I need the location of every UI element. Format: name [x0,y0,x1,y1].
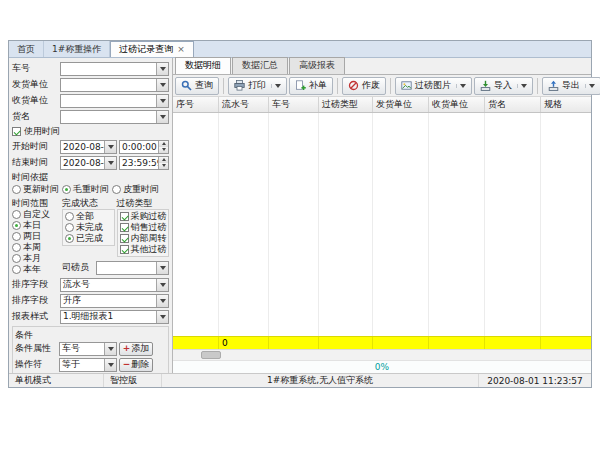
col-serial[interactable]: 流水号 [219,97,269,112]
status-datetime: 2020-08-01 11:23:57 [479,374,591,387]
radio-range-two-days[interactable] [12,232,21,241]
sort-order-combo[interactable]: 升序 [60,294,169,308]
col-seq[interactable]: 序号 [173,97,219,112]
query-button-label: 查询 [195,79,213,92]
col-shipper[interactable]: 发货单位 [373,97,429,112]
condition-op-combo[interactable]: 等于 [59,358,117,372]
export-dropdown-icon[interactable] [585,84,595,88]
col-goods[interactable]: 货名 [485,97,541,112]
radio-tare-time-label: 皮重时间 [123,183,159,196]
checkbox-other-weigh[interactable] [120,245,129,254]
radio-gross-time-label: 毛重时间 [73,183,109,196]
sort-field-combo[interactable]: 流水号 [60,278,169,292]
add-condition-label: 添加 [131,342,149,355]
report-style-combo[interactable]: 1.明细报表1 [60,310,169,324]
shipper-combo[interactable] [60,78,169,92]
weigh-type-label: 过磅类型 [117,197,170,209]
supplement-button[interactable]: 补单 [289,77,333,95]
scrollbar-thumb[interactable] [201,351,221,359]
main-content: 车号 发货单位 收货单位 [9,58,591,373]
radio-state-all[interactable] [65,212,74,221]
radio-range-week[interactable] [12,243,21,252]
import-dropdown-icon[interactable] [517,84,527,88]
status-datetime-label: 2020-08-01 11:23:57 [487,376,583,386]
chevron-down-icon[interactable] [156,262,168,274]
spinner-arrows-icon[interactable] [158,141,168,153]
chevron-down-icon[interactable] [156,111,168,123]
tab-data-summary[interactable]: 数据汇总 [232,57,288,74]
start-time-spinner[interactable]: 0:00:00 [119,140,169,154]
radio-update-time[interactable] [12,185,21,194]
checkbox-internal-transfer[interactable] [120,234,129,243]
tab-data-detail[interactable]: 数据明细 [175,57,231,74]
tab-advanced-report[interactable]: 高级报表 [289,57,345,74]
end-time-spinner[interactable]: 23:59:59 [119,156,169,170]
operator-combo[interactable] [96,261,169,275]
radio-range-custom[interactable] [12,210,21,219]
filter-panel: 车号 发货单位 收货单位 [9,58,173,373]
radio-state-unfinished[interactable] [65,223,74,232]
chevron-down-icon[interactable] [156,79,168,91]
radio-range-month[interactable] [12,254,21,263]
col-vehicle[interactable]: 车号 [269,97,319,112]
radio-tare-time[interactable] [112,185,121,194]
vehicle-label: 车号 [12,62,60,75]
horizontal-scrollbar[interactable] [173,349,591,360]
tab-data-detail-label: 数据明细 [185,60,221,70]
condition-attr-combo[interactable]: 车号 [59,342,117,356]
chevron-down-icon[interactable] [156,295,168,307]
operator-label: 司磅员 [62,261,96,274]
radio-range-today[interactable] [12,221,21,230]
chevron-down-icon[interactable] [104,359,116,371]
radio-range-year[interactable] [12,265,21,274]
goods-combo[interactable] [60,110,169,124]
receiver-combo[interactable] [60,94,169,108]
end-date-picker[interactable]: 2020-08-01 [60,156,117,170]
col-weigh-type[interactable]: 过磅类型 [319,97,373,112]
weigh-photo-dropdown-icon[interactable] [456,84,466,88]
print-button[interactable]: 打印 [228,77,287,95]
checkbox-purchase-weigh[interactable] [120,212,129,221]
use-time-checkbox[interactable] [12,127,21,136]
filter-groups: 时间范围 自定义 本日 两日 本周 本月 本年 完成状态 全部 未完成 [12,197,169,275]
toolbar-separator [337,78,338,94]
col-receiver[interactable]: 收货单位 [429,97,485,112]
tab-weigh-record-query[interactable]: 过磅记录查询 × [110,41,194,57]
spinner-arrows-icon[interactable] [158,157,168,169]
grid-column [319,113,373,336]
add-condition-button[interactable]: + 添加 [119,342,153,356]
close-icon[interactable]: × [177,45,185,54]
query-button[interactable]: 查询 [175,77,219,95]
void-button[interactable]: 作废 [342,77,386,95]
chevron-down-icon[interactable] [156,63,168,75]
minus-icon: − [123,360,131,369]
vehicle-combo[interactable] [60,62,169,76]
toolbar-separator [223,78,224,94]
chevron-down-icon[interactable] [156,311,168,323]
chevron-down-icon[interactable] [104,141,116,153]
col-spec[interactable]: 规格 [541,97,591,112]
tab-weigh-operation[interactable]: 1#称重操作 [44,41,110,57]
chevron-down-icon[interactable] [104,343,116,355]
weigh-photo-button[interactable]: 过磅图片 [395,77,472,95]
export-button[interactable]: 导出 [542,77,600,95]
chevron-down-icon[interactable] [156,279,168,291]
total-cell [269,337,319,349]
add-doc-icon [295,80,306,91]
radio-state-finished[interactable] [65,234,74,243]
chevron-down-icon[interactable] [156,95,168,107]
grid-column [219,113,269,336]
remove-condition-button[interactable]: − 删除 [119,358,153,372]
app-window: 首页 1#称重操作 过磅记录查询 × 车号 发货单位 [8,40,592,388]
grid-header: 序号 流水号 车号 过磅类型 发货单位 收货单位 货名 规格 [173,97,591,113]
report-style-label: 报表样式 [12,310,60,323]
checkbox-sale-weigh[interactable] [120,223,129,232]
chevron-down-icon[interactable] [104,157,116,169]
total-cell-serial: 0 [219,337,269,349]
radio-gross-time[interactable] [62,185,71,194]
tab-home[interactable]: 首页 [9,41,44,57]
radio-update-time-label: 更新时间 [23,183,59,196]
start-date-picker[interactable]: 2020-08-01 [60,140,117,154]
import-button[interactable]: 导入 [474,77,533,95]
print-dropdown-icon[interactable] [271,84,281,88]
